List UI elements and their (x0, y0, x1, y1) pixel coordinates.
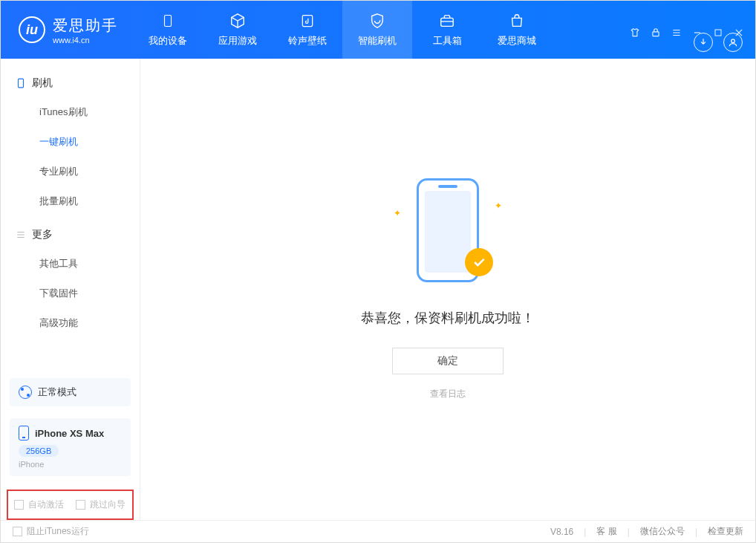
footer-link-support[interactable]: 客 服 (596, 525, 616, 538)
sidebar-section-more: 更多 (1, 221, 140, 249)
section-title: 更多 (32, 228, 53, 241)
checkbox-block-itunes[interactable]: 阻止iTunes运行 (13, 525, 89, 538)
sparkle-icon: ✦ (394, 208, 401, 218)
menu-icon[interactable] (671, 27, 682, 39)
svg-rect-6 (19, 79, 24, 88)
section-title: 刷机 (32, 77, 53, 90)
lock-icon[interactable] (650, 27, 662, 39)
tab-toolbox[interactable]: 工具箱 (412, 1, 482, 59)
mode-status: 正常模式 (10, 378, 131, 406)
bag-icon (508, 12, 526, 30)
svg-rect-3 (653, 32, 659, 36)
mode-icon (19, 386, 32, 399)
svg-point-5 (731, 39, 735, 43)
app-url: www.i4.cn (53, 36, 118, 45)
svg-rect-0 (165, 16, 172, 27)
user-icon[interactable] (723, 33, 743, 52)
checkbox-icon (76, 500, 85, 510)
device-storage-badge: 256GB (19, 445, 59, 457)
separator: | (628, 527, 630, 537)
tab-label: 我的设备 (149, 34, 187, 48)
main-content: ✦ ✦ 恭喜您，保资料刷机成功啦！ 确定 查看日志 (140, 59, 755, 520)
download-icon[interactable] (694, 33, 713, 52)
header: iu 爱思助手 www.i4.cn 我的设备 应用游戏 铃声壁纸 智能刷机 工具… (1, 1, 755, 59)
separator: | (695, 527, 697, 537)
device-phone-icon (19, 426, 29, 440)
device-name: iPhone XS Max (35, 428, 104, 439)
checkbox-label: 自动激活 (28, 498, 64, 511)
flash-options-highlight: 自动激活 跳过向导 (7, 490, 134, 520)
success-illustration: ✦ ✦ (400, 178, 496, 290)
view-log-link[interactable]: 查看日志 (430, 388, 466, 400)
shirt-icon[interactable] (629, 27, 641, 39)
sparkle-icon: ✦ (495, 201, 502, 211)
tab-label: 铃声壁纸 (288, 34, 327, 48)
sidebar-section-flash: 刷机 (1, 69, 140, 97)
version-label: V8.16 (550, 527, 573, 537)
svg-rect-2 (441, 18, 454, 26)
sidebar-item-batch-flash[interactable]: 批量刷机 (1, 186, 140, 216)
tab-apps-games[interactable]: 应用游戏 (203, 1, 273, 59)
checkbox-auto-activate[interactable]: 自动激活 (14, 498, 64, 511)
separator: | (584, 527, 586, 537)
footer-link-wechat[interactable]: 微信公众号 (640, 525, 685, 538)
checkbox-label: 跳过向导 (90, 498, 126, 511)
refresh-shield-icon (368, 12, 386, 30)
ok-button[interactable]: 确定 (392, 348, 504, 374)
tab-store[interactable]: 爱思商城 (482, 1, 552, 59)
check-badge-icon (465, 248, 493, 276)
footer: 阻止iTunes运行 V8.16 | 客 服 | 微信公众号 | 检查更新 (1, 520, 755, 542)
tab-smart-flash[interactable]: 智能刷机 (342, 1, 412, 59)
device-info: iPhone XS Max 256GB iPhone (10, 418, 131, 476)
checkbox-label: 阻止iTunes运行 (27, 525, 89, 538)
sidebar-item-oneclick-flash[interactable]: 一键刷机 (1, 127, 140, 157)
device-icon (159, 12, 177, 30)
footer-link-update[interactable]: 检查更新 (708, 525, 743, 538)
success-message: 恭喜您，保资料刷机成功啦！ (361, 309, 535, 327)
header-user-icons (694, 33, 743, 52)
tab-label: 智能刷机 (358, 34, 397, 48)
mode-text: 正常模式 (38, 386, 76, 399)
app-logo: iu 爱思助手 www.i4.cn (1, 16, 133, 45)
app-name: 爱思助手 (53, 16, 118, 36)
main-tabs: 我的设备 应用游戏 铃声壁纸 智能刷机 工具箱 爱思商城 (133, 1, 552, 59)
svg-rect-1 (302, 16, 312, 27)
tab-label: 爱思商城 (498, 34, 536, 48)
tab-ringtones-wallpapers[interactable]: 铃声壁纸 (273, 1, 342, 59)
checkbox-skip-guide[interactable]: 跳过向导 (76, 498, 126, 511)
sidebar: 刷机 iTunes刷机 一键刷机 专业刷机 批量刷机 更多 其他工具 下载固件 … (1, 59, 140, 520)
sidebar-item-itunes-flash[interactable]: iTunes刷机 (1, 97, 140, 127)
cube-icon (229, 12, 247, 30)
checkbox-icon (13, 527, 22, 536)
tab-my-device[interactable]: 我的设备 (133, 1, 203, 59)
phone-icon (16, 77, 26, 90)
toolbox-icon (438, 12, 456, 30)
tab-label: 工具箱 (433, 34, 462, 48)
music-icon (299, 12, 316, 30)
sidebar-item-pro-flash[interactable]: 专业刷机 (1, 157, 140, 186)
tab-label: 应用游戏 (218, 34, 257, 48)
sidebar-item-download-firmware[interactable]: 下载固件 (1, 279, 140, 308)
sidebar-item-advanced[interactable]: 高级功能 (1, 308, 140, 338)
sidebar-item-other-tools[interactable]: 其他工具 (1, 249, 140, 279)
checkbox-icon (14, 500, 24, 510)
device-type: iPhone (19, 460, 122, 469)
list-icon (16, 230, 26, 240)
logo-icon: iu (19, 16, 45, 43)
